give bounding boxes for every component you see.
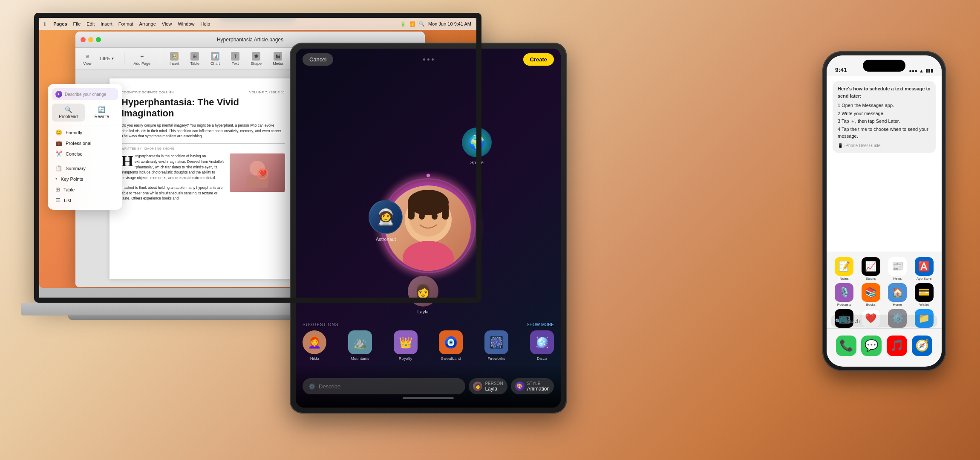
ipad-home-bar bbox=[403, 397, 454, 399]
wt-list[interactable]: ☰ List bbox=[52, 195, 118, 205]
dock-music[interactable]: 🎵 bbox=[886, 336, 908, 356]
ip-cancel-button[interactable]: Cancel bbox=[303, 53, 333, 66]
rewrite-icon: 🔄 bbox=[98, 106, 105, 113]
nikki-icon: 👩‍🦰 bbox=[303, 330, 326, 354]
menubar-edit[interactable]: Edit bbox=[86, 21, 95, 26]
doc-body-text-2: If asked to think about holding an apple… bbox=[121, 185, 225, 201]
rewrite-label: Rewrite bbox=[95, 114, 109, 119]
media-btn[interactable]: 🎬Media bbox=[270, 51, 286, 67]
insert-icon: 🖼️ bbox=[170, 52, 179, 61]
iphone-search-bar[interactable]: 🔍 Search bbox=[831, 315, 937, 327]
app-news[interactable]: 📰 News bbox=[887, 257, 908, 281]
app-books[interactable]: 📚 Books bbox=[860, 283, 882, 307]
zoom-button[interactable] bbox=[96, 37, 101, 42]
wt-professional[interactable]: 💼 Professional bbox=[52, 138, 118, 148]
wt-friendly[interactable]: 😊 Friendly bbox=[52, 127, 118, 138]
macos-menubar:  Pages File Edit Insert Format Arrange … bbox=[39, 18, 476, 30]
ip-person-tag[interactable]: 👩 PERSON Layla bbox=[469, 378, 507, 394]
menubar-app-name[interactable]: Pages bbox=[53, 21, 67, 26]
wt-placeholder[interactable]: Describe your change bbox=[65, 92, 106, 97]
menubar-window[interactable]: Window bbox=[178, 21, 194, 26]
news-label: News bbox=[893, 277, 902, 281]
doc-body-text-1: Hyperphantasia is the condition of havin… bbox=[121, 153, 225, 181]
siri-step-4: 4 Tap the time to choose when to send yo… bbox=[838, 126, 931, 140]
app-home[interactable]: 🏠 Home bbox=[887, 283, 908, 307]
ip-layla: 👩 Layla bbox=[408, 276, 438, 314]
view-icon: ⊞ bbox=[83, 52, 92, 61]
show-more-btn[interactable]: SHOW MORE bbox=[527, 322, 554, 327]
describe-gear-icon: ⚙️ bbox=[308, 383, 315, 390]
ip-person-tag-label: Layla bbox=[485, 386, 503, 392]
suggestion-fireworks[interactable]: 🎆 Fireworks bbox=[484, 330, 508, 361]
doc-divider bbox=[121, 143, 285, 144]
fireworks-icon: 🎆 bbox=[484, 330, 508, 354]
svg-rect-17 bbox=[442, 203, 449, 220]
fireworks-label: Fireworks bbox=[488, 356, 505, 361]
menubar-search-icon[interactable]: 🔍 bbox=[419, 21, 425, 27]
close-button[interactable] bbox=[81, 37, 86, 42]
ipad: Cancel Create bbox=[290, 43, 567, 414]
ip-person-tag-prefix: PERSON bbox=[485, 381, 503, 386]
wt-summary[interactable]: 📋 Summary bbox=[52, 163, 118, 174]
app-wallet[interactable]: 💳 Wallet bbox=[914, 283, 935, 307]
ip-style-tag[interactable]: 🎨 STYLE Animation bbox=[511, 378, 554, 394]
ip-describe-input[interactable]: ⚙️ Describe bbox=[303, 378, 465, 394]
ip-style-tag-icon: 🎨 bbox=[515, 382, 525, 391]
dock-messages[interactable]: 💬 bbox=[861, 336, 882, 356]
text-btn[interactable]: TText bbox=[228, 51, 242, 67]
layla-label: Layla bbox=[417, 309, 428, 314]
svg-point-7 bbox=[427, 174, 430, 177]
menubar-help[interactable]: Help bbox=[201, 21, 210, 26]
menubar-view[interactable]: View bbox=[162, 21, 172, 26]
image-playground: Cancel Create bbox=[296, 49, 561, 408]
professional-label: Professional bbox=[66, 141, 92, 146]
iphone-dock: 📞 💬 🎵 🧭 bbox=[827, 328, 942, 362]
rewrite-btn[interactable]: 🔄 Rewrite bbox=[86, 104, 118, 122]
suggestion-disco[interactable]: 🪩 Disco bbox=[530, 330, 554, 361]
dock-safari[interactable]: 🧭 bbox=[911, 336, 933, 356]
nikki-label: Nikki bbox=[310, 356, 319, 361]
toolbar-view-btn[interactable]: ⊞ View bbox=[81, 51, 94, 67]
doc-body-left: H Hyperphantasia is the condition of hav… bbox=[121, 153, 225, 205]
list-label: List bbox=[64, 198, 71, 203]
suggestion-nikki[interactable]: 👩‍🦰 Nikki bbox=[303, 330, 326, 361]
wt-table[interactable]: ⊞ Table bbox=[52, 184, 118, 195]
menubar-format[interactable]: Format bbox=[118, 21, 133, 26]
toolbar-divider-1 bbox=[124, 52, 124, 65]
chart-btn[interactable]: 📊Chart bbox=[208, 51, 222, 67]
iphone-screen: 9:41 ●●● ▲ ▮▮▮ Here's how to schedule a … bbox=[827, 55, 942, 367]
menubar-battery-icon: 🔋 bbox=[400, 21, 406, 27]
minimize-button[interactable] bbox=[88, 37, 93, 42]
menubar-insert[interactable]: Insert bbox=[101, 21, 112, 26]
suggestion-mountains[interactable]: ⛰️ Mountains bbox=[348, 330, 372, 361]
apple-logo-icon:  bbox=[44, 20, 46, 27]
insert-btn[interactable]: 🖼️Insert bbox=[167, 51, 182, 67]
toolbar-zoom-btn[interactable]: 136% ▼ bbox=[97, 55, 117, 62]
app-notes[interactable]: 📝 Notes bbox=[833, 257, 855, 281]
suggestion-royalty[interactable]: 👑 Royalty bbox=[394, 330, 418, 361]
add-page-btn[interactable]: + Add Page bbox=[131, 51, 153, 67]
ip-create-button[interactable]: Create bbox=[523, 53, 554, 66]
messages-icon: 💬 bbox=[861, 336, 882, 356]
proofread-btn[interactable]: 🔍 Proofread bbox=[52, 104, 85, 122]
suggestion-sweatband[interactable]: 🧿 Sweatband bbox=[439, 330, 463, 361]
app-podcasts[interactable]: 🎙️ Podcasts bbox=[833, 283, 855, 307]
app-stocks[interactable]: 📈 Stocks bbox=[860, 257, 882, 281]
wt-concise[interactable]: ✂️ Concise bbox=[52, 148, 118, 159]
wt-header: ✦ Describe your change bbox=[52, 88, 118, 100]
summary-icon: 📋 bbox=[55, 165, 62, 171]
menubar-left:  Pages File Edit Insert Format Arrange … bbox=[44, 20, 210, 27]
table-btn[interactable]: ⊞Table bbox=[188, 51, 202, 67]
menubar-file[interactable]: File bbox=[73, 21, 81, 26]
friendly-label: Friendly bbox=[66, 130, 82, 135]
shape-btn[interactable]: ⬟Shape bbox=[248, 51, 264, 67]
siri-message-bubble: Here's how to schedule a text message to… bbox=[833, 81, 936, 153]
menubar-arrange[interactable]: Arrange bbox=[139, 21, 156, 26]
astronaut-icon: 🧑‍🚀 bbox=[369, 200, 403, 234]
wt-key-points[interactable]: • Key Points bbox=[52, 174, 118, 184]
app-appstore[interactable]: 🅰️ App Store bbox=[914, 257, 935, 281]
notes-label: Notes bbox=[840, 277, 849, 281]
wallet-icon: 💳 bbox=[915, 283, 934, 302]
dock-phone[interactable]: 📞 bbox=[836, 336, 857, 356]
ip-style-tag-label: Animation bbox=[527, 386, 550, 392]
